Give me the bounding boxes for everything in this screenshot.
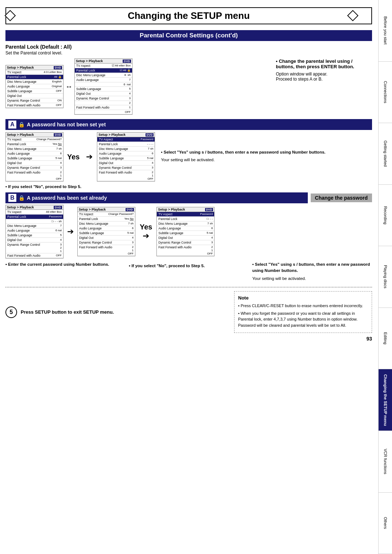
bottom-screens: Setup > Playback DVD TV Aspect All etter… bbox=[5, 205, 372, 258]
step5-text-wrap: Press SETUP button to exit SETUP menu. bbox=[21, 309, 114, 315]
dvd-badge-b3: DVD bbox=[205, 208, 213, 211]
screen-b1-parental: Parental Lock Password bbox=[6, 215, 63, 219]
section-a-title: A password has not been set yet bbox=[27, 122, 106, 127]
screen-b3-disc: Disc Menu Language 7 sh bbox=[157, 221, 214, 226]
screen-b1-digital: Digital Out 4 bbox=[6, 238, 63, 243]
b-col2: • If you select "No", proceed to Step 5. bbox=[129, 261, 249, 283]
screen-b3-sub: Subtitle Language 5 nal bbox=[157, 231, 214, 236]
screen1-row-fast: Fast Forward with Audio OFF bbox=[6, 103, 63, 108]
note-title: Note bbox=[238, 294, 368, 302]
dvd-badge-a2: DVD bbox=[146, 133, 154, 137]
page-number: 93 bbox=[5, 336, 372, 342]
screen-b1-disc: Disc Menu Language 7 bbox=[6, 224, 63, 228]
section-b-title: A password has been set already bbox=[27, 195, 107, 201]
arrow-b2: ➔ bbox=[143, 231, 149, 241]
screen2-row-5: Subtitle Language 5 bbox=[75, 87, 132, 91]
section-b-letter: B bbox=[8, 194, 16, 202]
top-section: Setup > Playback DVD TV Aspect 4:3 Lette… bbox=[5, 58, 372, 115]
enter-current-text: • Enter the current password using Numbe… bbox=[5, 261, 125, 268]
select-yes-a-text: • Select "Yes" using s / buttons, then e… bbox=[161, 149, 372, 155]
screen2-row-off: OFF bbox=[75, 110, 132, 114]
screen2-title: Setup > Playback bbox=[76, 59, 103, 63]
screen2-row-tv: TV Aspect ☑ All etter Box bbox=[75, 64, 132, 68]
screen-b1-dynamic: Dynamic Range Control 321 bbox=[6, 243, 63, 253]
setting-activated-a: Your setting will be activated. bbox=[161, 157, 372, 163]
step5-circle: 5 bbox=[5, 306, 17, 318]
screen2-row-2: 2 bbox=[75, 101, 132, 105]
screen-b3-header: Setup > Playback DVD bbox=[157, 207, 214, 212]
dvd-badge-b1: DVD bbox=[54, 206, 62, 209]
section-b-area: B 🔒 A password has been set already Chan… bbox=[5, 192, 372, 283]
setup-screen-1: Setup > Playback DVD TV Aspect 4:3 Lette… bbox=[5, 65, 64, 108]
arrow-a: ➔ bbox=[86, 152, 93, 162]
screen-b2-fast: Fast Forward with Audio 21OFF bbox=[78, 245, 135, 256]
note-box: Note • Press CLEAR/C-RESET button to era… bbox=[234, 291, 372, 333]
proceed-text: Proceed to steps A or B. bbox=[276, 77, 372, 82]
screen-a1-fast: Fast Forward with Audio 21OFF bbox=[6, 170, 63, 181]
if-no-b: • If you select "No", proceed to Step 5. bbox=[129, 263, 249, 269]
screen1-row-digital: Digital Out bbox=[6, 94, 63, 98]
screen-a2: Setup > Playback DVD TV Aspect Password … bbox=[97, 132, 155, 182]
section-a-desc: • Select "Yes" using s / buttons, then e… bbox=[156, 149, 372, 165]
screen-a1-disc: Disc Menu Language 7 sh bbox=[6, 147, 63, 151]
screen-a1-audio: Audio Language 6 bbox=[6, 151, 63, 156]
main-content: Changing the SETUP menu Parental Control… bbox=[0, 0, 377, 347]
section-a-letter: A bbox=[8, 121, 16, 129]
screen2-row-3: Dynamic Range Control 3 bbox=[75, 96, 132, 101]
screen-b3-digital: Digital Out 4 bbox=[157, 236, 214, 240]
yes-arrow-b: Yes ➔ bbox=[138, 223, 154, 241]
sidebar-item-others: Others bbox=[379, 493, 392, 554]
step5-row: 5 Press SETUP button to exit SETUP menu.… bbox=[5, 291, 372, 333]
sidebar-item-vcr-functions: VCR functions bbox=[379, 431, 392, 493]
dvd-badge-a1: DVD bbox=[54, 133, 62, 137]
top-screens: Setup > Playback DVD TV Aspect 4:3 Lette… bbox=[5, 58, 270, 115]
dvd-badge-b2: DVD bbox=[126, 208, 134, 211]
screen2-row-4: Digital Out 4 bbox=[75, 91, 132, 96]
screen2-row-6: 6 nal bbox=[75, 82, 132, 87]
note-bullet1: • Press CLEAR/C-RESET button to erase nu… bbox=[238, 303, 368, 309]
screen2-row-parental: Parental Lock ☑ All 🔒 bbox=[75, 68, 132, 73]
screen-b2: Setup > Playback DVD TV Aspect Change Pa… bbox=[77, 207, 135, 256]
screen-a1-tv: TV Aspect Change Password? bbox=[6, 137, 63, 142]
screen1-row-disc: Disc Menu Language English bbox=[6, 80, 63, 84]
screen-b3-dynamic: Dynamic Range Control 3 bbox=[157, 240, 214, 245]
arrow-b1: ➔ bbox=[67, 227, 74, 236]
screen2-row-1: Fast Forward with Audio 1 bbox=[75, 105, 132, 110]
sidebar-item-editing: Editing bbox=[379, 308, 392, 370]
if-no-a: • If you select "No", proceed to Step 5. bbox=[5, 184, 372, 189]
screen-a2-tv: TV Aspect Password bbox=[97, 137, 155, 142]
b-col1: • Enter the current password using Numbe… bbox=[5, 261, 125, 283]
page-title: Changing the SETUP menu bbox=[5, 7, 372, 24]
screen-b1-sub: Subtitle Language 5 bbox=[6, 233, 63, 238]
screen-a2-dynamic: Dynamic Range Control 3 bbox=[97, 166, 155, 170]
screen1-row-audio: Audio Language Original bbox=[6, 84, 63, 89]
screen-b1: Setup > Playback DVD TV Aspect All etter… bbox=[5, 205, 64, 258]
section-b-icon: 🔒 bbox=[19, 195, 25, 201]
sidebar-item-getting-started: Getting started bbox=[379, 123, 392, 185]
screen-b3-tv: TV Aspect Password bbox=[157, 212, 214, 217]
yes-label-a: Yes bbox=[67, 153, 79, 161]
screen-b3-fast: Fast Forward with Audio 21OFF bbox=[157, 245, 214, 256]
top-description: • Change the parental level using / butt… bbox=[270, 58, 372, 82]
sidebar-item-recording: Recording bbox=[379, 185, 392, 247]
screen1-row-subtitle: Subtitle Language OFF bbox=[6, 89, 63, 94]
yes-label-b: Yes bbox=[140, 223, 152, 231]
screen2-row-8: Disc Menu Language 8 sh bbox=[75, 73, 132, 78]
screen-b1-tv: TV Aspect All etter Box bbox=[6, 210, 63, 215]
setting-activated-b: Your setting will be activated. bbox=[252, 276, 372, 282]
screen-a2-audio: Audio Language 6 bbox=[97, 151, 155, 156]
screen-b3-audio: Audio Language 6 bbox=[157, 226, 214, 231]
double-arrow-top: ↔ bbox=[65, 82, 73, 91]
section-b-wrap: B 🔒 A password has been set already Chan… bbox=[5, 192, 372, 203]
section-a-screens: Setup > Playback DVD TV Aspect Change Pa… bbox=[5, 132, 372, 182]
screen-a2-header: Setup > Playback DVD bbox=[97, 133, 155, 137]
screen-a2-parental: Parental Lock - - - - bbox=[97, 142, 155, 147]
screen-b2-header: Setup > Playback DVD bbox=[78, 207, 135, 212]
section-b-header: B 🔒 A password has been set already bbox=[5, 192, 308, 203]
step5-text: Press SETUP button to exit SETUP menu. bbox=[21, 309, 114, 315]
screen-a1-sub: Subtitle Language 5 nal bbox=[6, 156, 63, 161]
section-a-icon: 🔒 bbox=[19, 122, 25, 127]
sidebar-item-before-you-start: Before you start bbox=[379, 0, 392, 62]
screen-b1-fast: Fast Forward with Audio OFF bbox=[6, 253, 63, 258]
change-parental-level-text: • Change the parental level using / butt… bbox=[276, 58, 372, 69]
